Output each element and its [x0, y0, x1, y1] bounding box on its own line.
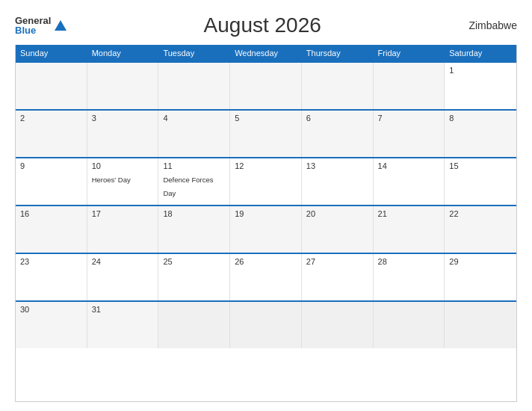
- day-header: Friday: [374, 45, 445, 61]
- logo: General Blue: [15, 16, 67, 35]
- day-cell: 14: [374, 158, 445, 205]
- page-title: August 2026: [67, 13, 457, 37]
- calendar-page: General Blue August 2026 Zimbabwe Sunday…: [0, 0, 532, 411]
- logo-icon: [54, 19, 67, 32]
- day-number: 18: [163, 209, 225, 218]
- day-number: 27: [306, 257, 368, 266]
- day-cell: 6: [302, 111, 374, 157]
- country-label: Zimbabwe: [457, 19, 517, 31]
- day-number: 13: [306, 161, 368, 170]
- day-cell: [158, 302, 230, 348]
- day-cell: 9: [16, 158, 87, 205]
- day-number: 5: [235, 114, 297, 123]
- day-number: 24: [92, 257, 154, 266]
- day-cell: 15: [445, 158, 516, 205]
- calendar-header: General Blue August 2026 Zimbabwe: [15, 13, 517, 37]
- day-cell: 7: [374, 111, 445, 157]
- day-number: 2: [20, 114, 82, 123]
- day-cell: 27: [302, 254, 374, 300]
- week-row: 2345678: [16, 109, 516, 157]
- day-number: 9: [20, 161, 82, 170]
- day-number: 15: [449, 161, 512, 170]
- day-header: Monday: [87, 45, 159, 61]
- svg-marker-0: [55, 20, 66, 31]
- logo-blue: Blue: [15, 25, 51, 35]
- day-cell: 21: [374, 206, 445, 253]
- day-cell: [374, 63, 445, 109]
- day-number: 6: [306, 114, 368, 123]
- week-row: 16171819202122: [16, 205, 516, 253]
- day-number: 25: [163, 257, 225, 266]
- day-cell: 3: [87, 111, 159, 157]
- day-cell: 26: [230, 254, 302, 300]
- day-number: 16: [20, 209, 82, 218]
- day-number: 1: [449, 66, 512, 75]
- day-cell: [302, 302, 374, 348]
- day-cell: [87, 63, 159, 109]
- day-headers-row: SundayMondayTuesdayWednesdayThursdayFrid…: [16, 45, 516, 61]
- day-number: 14: [378, 161, 440, 170]
- week-row: 23242526272829: [16, 253, 516, 300]
- day-cell: [374, 302, 445, 348]
- day-number: 4: [163, 114, 225, 123]
- day-number: 29: [449, 257, 512, 266]
- day-cell: 28: [374, 254, 445, 300]
- day-cell: 25: [158, 254, 230, 300]
- day-cell: 20: [302, 206, 374, 253]
- day-number: 12: [235, 161, 297, 170]
- day-cell: 11Defence Forces Day: [158, 158, 230, 205]
- day-cell: 8: [445, 111, 516, 157]
- week-row: 910Heroes' Day11Defence Forces Day121314…: [16, 157, 516, 205]
- day-cell: [302, 63, 374, 109]
- day-cell: [230, 63, 302, 109]
- day-number: 19: [235, 209, 297, 218]
- day-cell: 10Heroes' Day: [87, 158, 159, 205]
- day-cell: 12: [230, 158, 302, 205]
- day-number: 28: [378, 257, 440, 266]
- calendar-grid: SundayMondayTuesdayWednesdayThursdayFrid…: [15, 45, 517, 402]
- day-cell: [445, 302, 516, 348]
- week-row: 3031: [16, 300, 516, 348]
- day-cell: 24: [87, 254, 159, 300]
- day-number: 21: [378, 209, 440, 218]
- day-number: 23: [20, 257, 82, 266]
- day-header: Thursday: [302, 45, 374, 61]
- day-number: 26: [235, 257, 297, 266]
- day-cell: 29: [445, 254, 516, 300]
- day-number: 11: [163, 161, 225, 170]
- day-cell: 19: [230, 206, 302, 253]
- day-number: 20: [306, 209, 368, 218]
- day-number: 22: [449, 209, 512, 218]
- day-header: Sunday: [16, 45, 87, 61]
- day-number: 3: [92, 114, 154, 123]
- day-cell: 2: [16, 111, 87, 157]
- day-cell: 18: [158, 206, 230, 253]
- day-cell: 13: [302, 158, 374, 205]
- holiday-label: Heroes' Day: [92, 176, 131, 184]
- day-cell: [16, 63, 87, 109]
- holiday-label: Defence Forces Day: [163, 176, 213, 197]
- day-cell: 31: [87, 302, 159, 348]
- day-number: 7: [378, 114, 440, 123]
- day-number: 10: [92, 161, 154, 170]
- day-header: Wednesday: [230, 45, 302, 61]
- day-cell: 5: [230, 111, 302, 157]
- day-number: 8: [449, 114, 512, 123]
- day-number: 31: [92, 305, 154, 314]
- day-number: 30: [20, 305, 82, 314]
- day-cell: 16: [16, 206, 87, 253]
- day-cell: 22: [445, 206, 516, 253]
- day-cell: 1: [445, 63, 516, 109]
- day-cell: 4: [158, 111, 230, 157]
- calendar-weeks: 12345678910Heroes' Day11Defence Forces D…: [16, 61, 516, 348]
- day-cell: [230, 302, 302, 348]
- day-cell: 30: [16, 302, 87, 348]
- day-cell: 23: [16, 254, 87, 300]
- day-cell: 17: [87, 206, 159, 253]
- day-cell: [158, 63, 230, 109]
- day-header: Saturday: [445, 45, 516, 61]
- day-header: Tuesday: [158, 45, 230, 61]
- day-number: 17: [92, 209, 154, 218]
- week-row: 1: [16, 61, 516, 109]
